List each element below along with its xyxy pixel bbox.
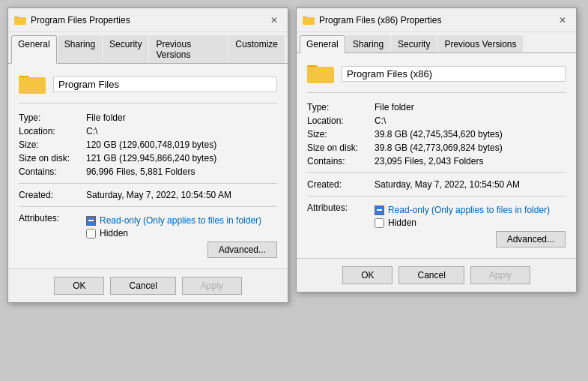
size-on-disk-label-2: Size on disk:: [307, 141, 375, 154]
tab-bar-1: General Sharing Security Previous Versio…: [8, 32, 288, 64]
separator-3: [307, 172, 566, 173]
created-value-1: Saturday, May 7, 2022, 10:54:50 AM: [86, 188, 277, 202]
separator-2: [19, 206, 277, 207]
created-label: Created:: [19, 188, 86, 202]
titlebar-1: Program Files Properties ✕: [8, 8, 288, 32]
location-value-2: C:\: [375, 114, 566, 128]
cancel-button-1[interactable]: Cancel: [110, 277, 175, 295]
hidden-checkbox-1[interactable]: [86, 229, 96, 238]
apply-button-2[interactable]: Apply: [470, 266, 530, 284]
folder-icon-2: [307, 62, 334, 85]
cancel-button-2[interactable]: Cancel: [398, 266, 464, 284]
created-label-2: Created:: [307, 178, 375, 191]
ok-button-2[interactable]: OK: [342, 266, 392, 284]
size-on-disk-label: Size on disk:: [19, 152, 86, 165]
size-on-disk-value-2: 39.8 GB (42,773,069,824 bytes): [375, 141, 566, 154]
readonly-checkbox-2[interactable]: [375, 206, 384, 215]
tab-security-2[interactable]: Security: [391, 35, 437, 52]
dialog-program-files: Program Files Properties ✕ General Shari…: [7, 8, 288, 303]
separator-4: [307, 196, 566, 196]
type-value-2: File folder: [375, 100, 566, 114]
attributes-table-2: Attributes: Read-only (Only applies to f…: [307, 201, 566, 249]
location-label-2: Location:: [307, 114, 375, 128]
ok-button-1[interactable]: OK: [54, 277, 104, 295]
advanced-button-1[interactable]: Advanced...: [207, 242, 277, 258]
svg-rect-3: [19, 77, 46, 94]
location-value-1: C:\: [86, 124, 277, 138]
attributes-table-1: Attributes: Read-only (Only applies to f…: [19, 212, 277, 260]
attributes-controls-2: Read-only (Only applies to files in fold…: [375, 201, 566, 249]
type-value-1: File folder: [86, 111, 277, 124]
properties-table-1: Type: File folder Location: C:\ Size: 12…: [19, 111, 277, 178]
footer-2: OK Cancel Apply: [297, 258, 576, 292]
attributes-label: Attributes:: [19, 212, 86, 260]
readonly-label-2: Read-only (Only applies to files in fold…: [388, 205, 550, 215]
tab-previous-versions-1[interactable]: Previous Versions: [149, 35, 228, 63]
svg-rect-5: [303, 17, 315, 25]
close-button-2[interactable]: ✕: [555, 13, 570, 28]
titlebar-2: Program Files (x86) Properties ✕: [297, 8, 576, 32]
separator-1: [19, 183, 277, 184]
hidden-label-2: Hidden: [388, 218, 416, 228]
readonly-row-2: Read-only (Only applies to files in fold…: [375, 205, 566, 215]
folder-title-icon-1: [14, 14, 26, 26]
svg-rect-1: [14, 17, 26, 25]
advanced-row-2: Advanced...: [375, 231, 566, 248]
tab-customize-1[interactable]: Customize: [228, 35, 285, 63]
created-table-2: Created: Saturday, May 7, 2022, 10:54:50…: [307, 178, 566, 191]
attributes-controls-1: Read-only (Only applies to files in fold…: [86, 212, 277, 260]
folder-header-2: Program Files (x86): [307, 62, 566, 93]
created-table-1: Created: Saturday, May 7, 2022, 10:54:50…: [19, 188, 277, 202]
folder-name-2[interactable]: Program Files (x86): [342, 66, 566, 82]
tab-previous-versions-2[interactable]: Previous Versions: [437, 35, 523, 52]
type-label: Type:: [19, 111, 86, 124]
hidden-row-2: Hidden: [375, 218, 566, 228]
dialog-title-2: Program Files (x86) Properties: [319, 15, 551, 26]
contains-label-2: Contains:: [307, 154, 375, 168]
svg-rect-7: [307, 67, 334, 83]
folder-icon-1: [19, 73, 46, 95]
readonly-checkbox-1[interactable]: [86, 216, 96, 226]
contains-value-2: 23,095 Files, 2,043 Folders: [375, 154, 566, 168]
location-label: Location:: [19, 124, 86, 138]
close-button-1[interactable]: ✕: [267, 13, 282, 28]
dialog-title-1: Program Files Properties: [31, 15, 262, 26]
size-label: Size:: [19, 138, 86, 152]
advanced-row-1: Advanced...: [86, 242, 277, 258]
size-value-1: 120 GB (129,600,748,019 bytes): [86, 138, 277, 152]
hidden-checkbox-2[interactable]: [375, 218, 384, 228]
content-area-2: Program Files (x86) Type: File folder Lo…: [297, 53, 576, 258]
footer-1: OK Cancel Apply: [8, 268, 288, 302]
hidden-label-1: Hidden: [100, 228, 128, 238]
tab-general-2[interactable]: General: [300, 35, 345, 53]
apply-button-1[interactable]: Apply: [182, 277, 242, 295]
contains-value-1: 96,996 Files, 5,881 Folders: [86, 165, 277, 178]
type-label-2: Type:: [307, 100, 375, 114]
attributes-label-2: Attributes:: [307, 201, 375, 249]
tab-sharing-2[interactable]: Sharing: [346, 35, 390, 52]
folder-header-1: Program Files: [19, 73, 277, 104]
properties-table-2: Type: File folder Location: C:\ Size: 39…: [307, 100, 566, 168]
tab-general-1[interactable]: General: [11, 35, 57, 64]
contains-label: Contains:: [19, 165, 86, 178]
size-label-2: Size:: [307, 128, 375, 141]
folder-name-1[interactable]: Program Files: [53, 76, 277, 92]
hidden-row-1: Hidden: [86, 228, 277, 238]
tab-bar-2: General Sharing Security Previous Versio…: [297, 32, 576, 53]
size-on-disk-value-1: 121 GB (129,945,866,240 bytes): [86, 152, 277, 165]
dialog-program-files-x86: Program Files (x86) Properties ✕ General…: [296, 8, 577, 292]
content-area-1: Program Files Type: File folder Location…: [8, 64, 288, 268]
advanced-button-2[interactable]: Advanced...: [496, 231, 566, 248]
attributes-section-2: Attributes: Read-only (Only applies to f…: [307, 201, 566, 249]
tab-security-1[interactable]: Security: [103, 35, 148, 63]
readonly-label-1: Read-only (Only applies to files in fold…: [100, 215, 261, 226]
size-value-2: 39.8 GB (42,745,354,620 bytes): [375, 128, 566, 141]
folder-title-icon-2: [303, 14, 315, 26]
tab-sharing-1[interactable]: Sharing: [58, 35, 102, 63]
readonly-row-1: Read-only (Only applies to files in fold…: [86, 215, 277, 226]
attributes-section-1: Attributes: Read-only (Only applies to f…: [19, 212, 277, 260]
created-value-2: Saturday, May 7, 2022, 10:54:50 AM: [375, 178, 566, 191]
